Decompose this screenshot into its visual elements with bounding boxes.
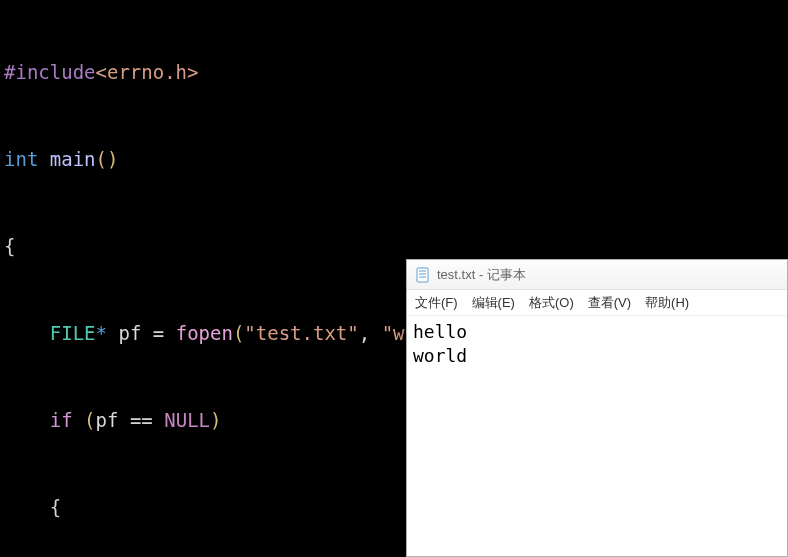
code-line[interactable]: int main() — [0, 145, 788, 174]
lparen: ( — [84, 409, 95, 431]
op-eq: = — [153, 322, 164, 344]
keyword-int: int — [4, 148, 38, 170]
rparen: ) — [107, 148, 118, 170]
menu-edit[interactable]: 编辑(E) — [472, 294, 515, 312]
notepad-content[interactable]: hello world — [407, 316, 787, 372]
content-line-1: hello — [413, 321, 467, 342]
menu-file[interactable]: 文件(F) — [415, 294, 458, 312]
menu-view[interactable]: 查看(V) — [588, 294, 631, 312]
var-pf: pf — [96, 409, 119, 431]
type-FILE: FILE — [50, 322, 96, 344]
function-main: main — [50, 148, 96, 170]
rparen: ) — [210, 409, 221, 431]
notepad-menubar: 文件(F) 编辑(E) 格式(O) 查看(V) 帮助(H) — [407, 290, 787, 316]
content-line-2: world — [413, 345, 467, 366]
notepad-icon — [415, 267, 431, 283]
svg-rect-0 — [417, 268, 428, 282]
lbrace: { — [4, 235, 15, 257]
comma: , — [359, 322, 382, 344]
menu-help[interactable]: 帮助(H) — [645, 294, 689, 312]
lbrace: { — [50, 496, 61, 518]
op-equals: == — [130, 409, 153, 431]
menu-format[interactable]: 格式(O) — [529, 294, 574, 312]
keyword-null: NULL — [164, 409, 210, 431]
var-pf: pf — [118, 322, 141, 344]
keyword-if: if — [50, 409, 73, 431]
star: * — [96, 322, 107, 344]
notepad-title: test.txt - 记事本 — [437, 266, 526, 284]
include-gt: > — [187, 61, 198, 83]
preprocessor-token: #include — [4, 61, 96, 83]
lparen: ( — [96, 148, 107, 170]
notepad-window[interactable]: test.txt - 记事本 文件(F) 编辑(E) 格式(O) 查看(V) 帮… — [406, 259, 788, 557]
lparen: ( — [233, 322, 244, 344]
include-lt: < — [96, 61, 107, 83]
fn-fopen: fopen — [176, 322, 233, 344]
code-line[interactable]: { — [0, 232, 788, 261]
notepad-titlebar[interactable]: test.txt - 记事本 — [407, 260, 787, 290]
code-line[interactable]: #include<errno.h> — [0, 58, 788, 87]
string-test: "test.txt" — [244, 322, 358, 344]
include-path: errno.h — [107, 61, 187, 83]
